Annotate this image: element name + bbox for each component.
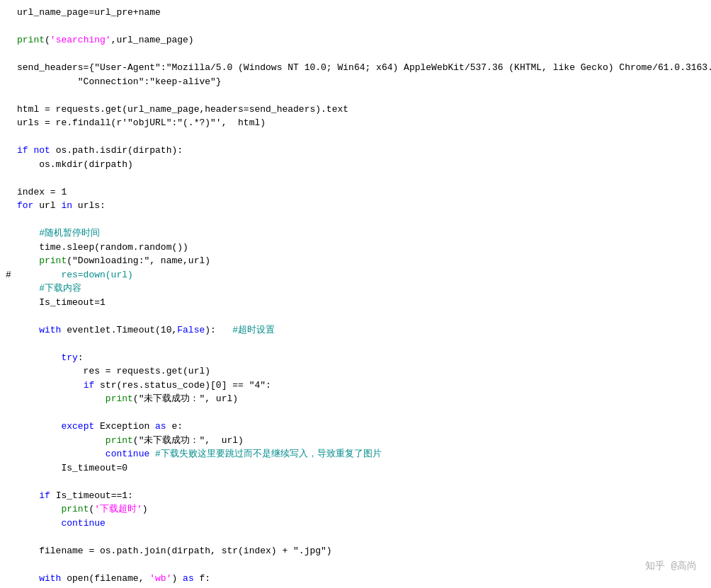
code-line: send_headers={"User-Agent":"Mozilla/5.0 … <box>0 61 711 75</box>
token: ("未下载成功：", url) <box>133 393 238 404</box>
token <box>17 518 61 529</box>
watermark: 知乎 @高尚 <box>645 559 697 574</box>
token: filename = os.path.join(dirpath, str(ind… <box>17 546 332 556</box>
code-block: url_name_page=url_pre+name print('search… <box>0 0 711 588</box>
code-line: if not os.path.isdir(dirpath): <box>0 144 711 158</box>
code-line: Is_timeout=0 <box>0 461 711 475</box>
token: : <box>78 352 84 363</box>
token: ("未下载成功：", url) <box>133 435 244 446</box>
token: res = requests.get(url) <box>17 366 210 376</box>
code-text: filename = os.path.join(dirpath, str(ind… <box>17 544 332 558</box>
code-line: with eventlet.Timeout(10,False): #超时设置 <box>0 323 711 338</box>
code-text: continue <box>17 517 106 531</box>
token: url_name_page=url_pre+name <box>17 7 161 18</box>
code-text: for url in urls: <box>17 199 106 213</box>
code-text: #随机暂停时间 <box>17 226 100 241</box>
code-line <box>0 475 711 489</box>
token: f: <box>194 573 210 584</box>
code-text <box>17 309 23 323</box>
code-line: print("未下载成功：", url) <box>0 434 711 448</box>
code-line: continue <box>0 517 711 531</box>
token: continue <box>106 449 149 459</box>
token: ( <box>45 35 50 45</box>
token: ) <box>171 573 183 584</box>
code-text: time.sleep(random.random()) <box>17 241 188 255</box>
token: #下载内容 <box>17 283 81 294</box>
code-line <box>0 530 711 544</box>
code-text <box>17 47 23 62</box>
token: 'wb' <box>149 573 171 584</box>
code-text <box>17 337 23 351</box>
code-line: continue #下载失败这里要跳过而不是继续写入，导致重复了图片 <box>0 447 711 461</box>
code-line: try: <box>0 351 711 365</box>
token: os.path.isdir(dirpath): <box>50 145 183 156</box>
code-text: os.mkdir(dirpath) <box>17 158 133 172</box>
code-text: continue #下载失败这里要跳过而不是继续写入，导致重复了图片 <box>17 447 382 461</box>
token: except <box>61 421 94 432</box>
token: as <box>183 573 194 584</box>
token <box>17 573 39 584</box>
token: os.mkdir(dirpath) <box>17 159 133 170</box>
token: #下载失败这里要跳过而不是继续写入，导致重复了图片 <box>149 449 382 459</box>
code-line <box>0 558 711 572</box>
code-line: filename = os.path.join(dirpath, str(ind… <box>0 544 711 558</box>
code-line: # res=down(url) <box>0 268 711 282</box>
code-line: print('下载超时') <box>0 502 711 517</box>
code-line: print('searching',url_name_page) <box>0 33 711 47</box>
token: url <box>33 200 61 211</box>
code-line <box>0 337 711 351</box>
code-text: urls = re.findall(r'"objURL":"(.*?)"', h… <box>17 116 266 130</box>
code-line: html = requests.get(url_name_page,header… <box>0 103 711 117</box>
code-text <box>17 88 23 103</box>
code-text <box>17 406 23 420</box>
token <box>17 255 39 266</box>
token: with <box>39 573 61 584</box>
token: res=down(url) <box>17 270 133 280</box>
token: not <box>33 145 50 156</box>
code-line: os.mkdir(dirpath) <box>0 158 711 172</box>
code-line: print("未下载成功：", url) <box>0 392 711 406</box>
code-line <box>0 213 711 227</box>
code-text: if str(res.status_code)[0] == "4": <box>17 379 271 393</box>
token <box>17 325 39 335</box>
token <box>17 421 61 432</box>
code-line: time.sleep(random.random()) <box>0 241 711 255</box>
code-text: if Is_timeout==1: <box>17 489 133 503</box>
code-text <box>17 171 23 185</box>
token: Is_timeout==1: <box>50 490 133 501</box>
token: continue <box>61 518 105 529</box>
code-text: print('writing') <box>17 585 149 588</box>
token: time.sleep(random.random()) <box>17 242 188 253</box>
token: index = 1 <box>17 187 67 197</box>
code-text <box>17 475 23 489</box>
code-text: with eventlet.Timeout(10,False): #超时设置 <box>17 323 275 338</box>
token: Exception <box>94 421 155 432</box>
code-line: if str(res.status_code)[0] == "4": <box>0 379 711 393</box>
code-line: if Is_timeout==1: <box>0 489 711 503</box>
token <box>17 449 106 459</box>
code-line: print('writing') <box>0 585 711 588</box>
token <box>17 490 39 501</box>
token: ("Downloading:", name,url) <box>67 255 210 266</box>
token: with <box>39 325 61 335</box>
token <box>17 504 61 514</box>
token: "Connection":"keep-alive"} <box>17 76 222 87</box>
code-line: "Connection":"keep-alive"} <box>0 75 711 89</box>
token: html = requests.get(url_name_page,header… <box>17 104 348 115</box>
code-text: print("Downloading:", name,url) <box>17 254 210 268</box>
code-text: html = requests.get(url_name_page,header… <box>17 103 348 117</box>
token: #随机暂停时间 <box>17 228 100 238</box>
token: send_headers={"User-Agent":"Mozilla/5.0 … <box>17 62 711 73</box>
token: as <box>155 421 166 432</box>
token: for <box>17 200 33 211</box>
code-text: print("未下载成功：", url) <box>17 392 238 406</box>
code-line: except Exception as e: <box>0 420 711 434</box>
token: ,url_name_page) <box>111 35 194 45</box>
code-text: res = requests.get(url) <box>17 364 210 379</box>
token: '下载超时' <box>94 504 142 514</box>
code-text <box>17 20 23 34</box>
code-text: "Connection":"keep-alive"} <box>17 75 222 89</box>
token: in <box>61 200 72 211</box>
token: print <box>61 504 89 514</box>
code-line: res = requests.get(url) <box>0 364 711 379</box>
